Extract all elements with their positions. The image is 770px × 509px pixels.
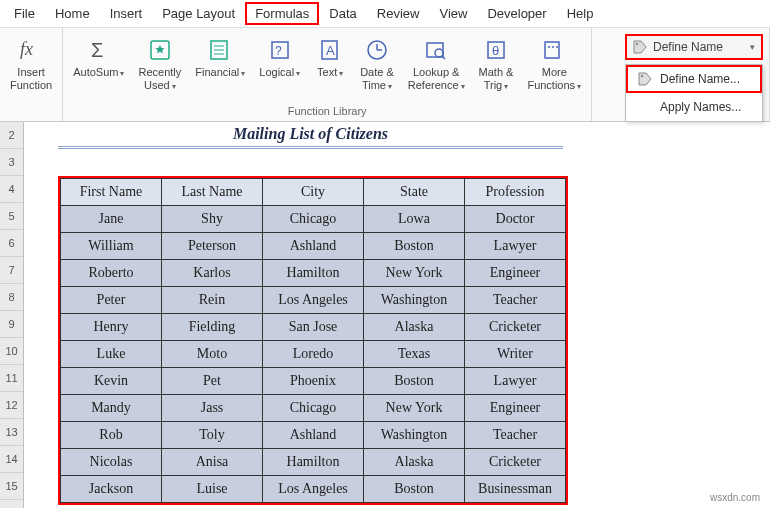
menubar-item-developer[interactable]: Developer	[477, 2, 556, 25]
define-name-menu-item[interactable]: Define Name...	[626, 65, 762, 93]
table-cell[interactable]: Washington	[364, 287, 465, 314]
row-header[interactable]: 9	[0, 311, 23, 338]
table-cell[interactable]: Jane	[61, 206, 162, 233]
table-cell[interactable]: Toly	[162, 422, 263, 449]
text-button[interactable]: A Text▾	[308, 34, 352, 81]
row-header[interactable]: 11	[0, 365, 23, 392]
table-cell[interactable]: Boston	[364, 368, 465, 395]
table-cell[interactable]: Fielding	[162, 314, 263, 341]
table-cell[interactable]: Phoenix	[263, 368, 364, 395]
lookup-button[interactable]: Lookup & Reference▾	[402, 34, 471, 93]
autosum-button[interactable]: Σ AutoSum▾	[67, 34, 130, 81]
table-cell[interactable]: Loredo	[263, 341, 364, 368]
table-cell[interactable]: Anisa	[162, 449, 263, 476]
table-cell[interactable]: Kevin	[61, 368, 162, 395]
table-cell[interactable]: Lawyer	[465, 233, 566, 260]
table-cell[interactable]: Pet	[162, 368, 263, 395]
table-cell[interactable]: Engineer	[465, 395, 566, 422]
table-cell[interactable]: Chicago	[263, 395, 364, 422]
row-header[interactable]: 2	[0, 122, 23, 149]
menubar-item-review[interactable]: Review	[367, 2, 430, 25]
table-cell[interactable]: Hamilton	[263, 260, 364, 287]
menubar-item-view[interactable]: View	[429, 2, 477, 25]
table-cell[interactable]: Roberto	[61, 260, 162, 287]
table-cell[interactable]: Jackson	[61, 476, 162, 503]
table-cell[interactable]: Los Angeles	[263, 476, 364, 503]
table-cell[interactable]: Lowa	[364, 206, 465, 233]
row-header[interactable]: 5	[0, 203, 23, 230]
table-cell[interactable]: Luise	[162, 476, 263, 503]
table-cell[interactable]: Lawyer	[465, 368, 566, 395]
table-cell[interactable]: Alaska	[364, 314, 465, 341]
row-header[interactable]: 4	[0, 176, 23, 203]
menubar-item-home[interactable]: Home	[45, 2, 100, 25]
table-cell[interactable]: Karlos	[162, 260, 263, 287]
row-header[interactable]: 14	[0, 446, 23, 473]
table-cell[interactable]: Mandy	[61, 395, 162, 422]
row-header[interactable]: 7	[0, 257, 23, 284]
row-header[interactable]: 12	[0, 392, 23, 419]
column-header[interactable]: Profession	[465, 179, 566, 206]
citizens-table[interactable]: First NameLast NameCityStateProfession J…	[60, 178, 566, 503]
column-header[interactable]: State	[364, 179, 465, 206]
table-cell[interactable]: William	[61, 233, 162, 260]
table-cell[interactable]: Jass	[162, 395, 263, 422]
table-cell[interactable]: Ashland	[263, 422, 364, 449]
row-header[interactable]: 15	[0, 473, 23, 500]
table-row: JaneShyChicagoLowaDoctor	[61, 206, 566, 233]
table-cell[interactable]: New York	[364, 395, 465, 422]
apply-names-menu-item[interactable]: Apply Names...	[626, 93, 762, 121]
row-header[interactable]: 10	[0, 338, 23, 365]
table-cell[interactable]: San Jose	[263, 314, 364, 341]
table-cell[interactable]: Nicolas	[61, 449, 162, 476]
table-cell[interactable]: Henry	[61, 314, 162, 341]
menubar-item-page-layout[interactable]: Page Layout	[152, 2, 245, 25]
insert-function-button[interactable]: fx Insert Function	[4, 34, 58, 93]
menubar-item-formulas[interactable]: Formulas	[245, 2, 319, 25]
table-cell[interactable]: Peter	[61, 287, 162, 314]
table-cell[interactable]: Hamilton	[263, 449, 364, 476]
table-cell[interactable]: Texas	[364, 341, 465, 368]
table-cell[interactable]: Teacher	[465, 287, 566, 314]
table-cell[interactable]: Washington	[364, 422, 465, 449]
menubar-item-file[interactable]: File	[4, 2, 45, 25]
table-cell[interactable]: Boston	[364, 233, 465, 260]
row-header[interactable]: 8	[0, 284, 23, 311]
math-button[interactable]: θ Math & Trig▾	[473, 34, 520, 93]
logical-button[interactable]: ? Logical▾	[253, 34, 306, 81]
table-cell[interactable]: Ashland	[263, 233, 364, 260]
table-cell[interactable]: Engineer	[465, 260, 566, 287]
recently-used-button[interactable]: Recently Used▾	[132, 34, 187, 93]
row-header[interactable]: 3	[0, 149, 23, 176]
table-cell[interactable]: Los Angeles	[263, 287, 364, 314]
table-cell[interactable]: Boston	[364, 476, 465, 503]
row-header[interactable]: 13	[0, 419, 23, 446]
table-cell[interactable]: Shy	[162, 206, 263, 233]
column-header[interactable]: City	[263, 179, 364, 206]
financial-button[interactable]: Financial▾	[189, 34, 251, 81]
table-cell[interactable]: Alaska	[364, 449, 465, 476]
table-cell[interactable]: New York	[364, 260, 465, 287]
table-cell[interactable]: Rob	[61, 422, 162, 449]
menubar-item-insert[interactable]: Insert	[100, 2, 153, 25]
table-cell[interactable]: Writer	[465, 341, 566, 368]
datetime-button[interactable]: Date & Time▾	[354, 34, 400, 93]
column-header[interactable]: Last Name	[162, 179, 263, 206]
table-cell[interactable]: Cricketer	[465, 314, 566, 341]
table-cell[interactable]: Businessman	[465, 476, 566, 503]
table-cell[interactable]: Rein	[162, 287, 263, 314]
row-header[interactable]: 6	[0, 230, 23, 257]
define-name-split-button[interactable]: Define Name ▾	[625, 34, 763, 60]
column-header[interactable]: First Name	[61, 179, 162, 206]
menubar-item-help[interactable]: Help	[557, 2, 604, 25]
table-cell[interactable]: Chicago	[263, 206, 364, 233]
table-cell[interactable]: Moto	[162, 341, 263, 368]
table-cell[interactable]: Peterson	[162, 233, 263, 260]
table-cell[interactable]: Cricketer	[465, 449, 566, 476]
sheet-content: Mailing List of Citizens First NameLast …	[24, 122, 568, 508]
table-cell[interactable]: Teacher	[465, 422, 566, 449]
table-cell[interactable]: Luke	[61, 341, 162, 368]
table-cell[interactable]: Doctor	[465, 206, 566, 233]
more-functions-button[interactable]: More Functions▾	[521, 34, 587, 93]
menubar-item-data[interactable]: Data	[319, 2, 366, 25]
